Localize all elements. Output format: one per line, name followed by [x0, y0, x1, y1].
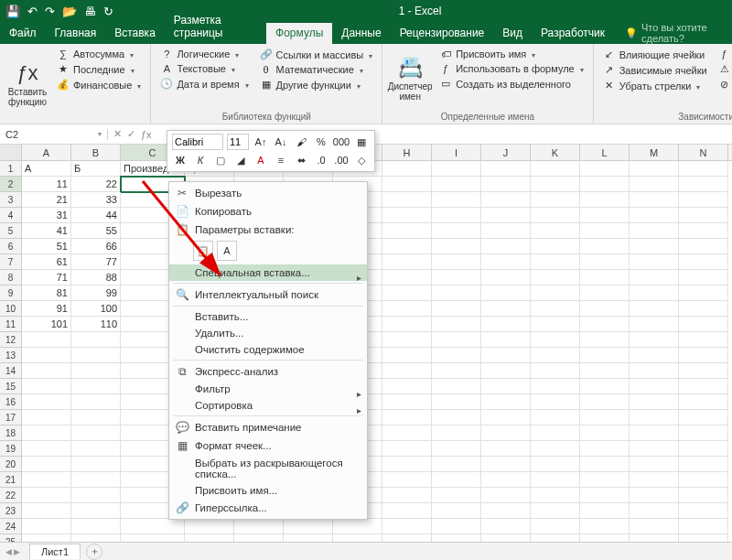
- cell[interactable]: [382, 161, 432, 177]
- cell[interactable]: [71, 457, 121, 472]
- cell[interactable]: [22, 363, 71, 379]
- cell[interactable]: [630, 192, 679, 208]
- lookup-button[interactable]: 🔗Ссылки и массивы: [256, 48, 377, 61]
- cell[interactable]: [481, 254, 531, 270]
- column-header[interactable]: A: [22, 145, 71, 160]
- font-size-input[interactable]: [227, 134, 249, 150]
- cell[interactable]: [580, 192, 630, 208]
- paste-option-all[interactable]: 📋: [193, 241, 213, 261]
- ctx-format-cells[interactable]: ▦Формат ячеек...: [169, 436, 367, 455]
- cell[interactable]: [630, 441, 679, 457]
- cell[interactable]: [185, 519, 234, 534]
- remove-arrows-button[interactable]: ✕Убрать стрелки: [599, 79, 711, 92]
- cell[interactable]: [580, 348, 630, 363]
- cell[interactable]: [580, 254, 630, 270]
- cell[interactable]: [481, 270, 531, 285]
- cell[interactable]: [382, 317, 432, 332]
- tab-файл[interactable]: Файл: [0, 23, 46, 44]
- cell[interactable]: [432, 488, 481, 503]
- cell[interactable]: [71, 379, 121, 394]
- cell[interactable]: [531, 177, 580, 192]
- row-header[interactable]: 1: [0, 161, 22, 177]
- cell[interactable]: 41: [22, 223, 71, 239]
- cell[interactable]: [382, 488, 432, 503]
- decrease-font-icon[interactable]: A↓: [273, 134, 289, 150]
- cell[interactable]: [630, 239, 679, 254]
- cell[interactable]: [531, 425, 580, 441]
- cell[interactable]: [382, 472, 432, 488]
- cell[interactable]: [284, 534, 333, 542]
- cell[interactable]: [481, 488, 531, 503]
- cell[interactable]: [531, 285, 580, 301]
- cell[interactable]: [580, 285, 630, 301]
- more-button[interactable]: ▦Другие функции: [256, 78, 377, 92]
- cell[interactable]: [432, 239, 481, 254]
- cell[interactable]: [531, 379, 580, 394]
- fx-icon[interactable]: ƒx: [141, 129, 152, 140]
- cell[interactable]: [432, 223, 481, 239]
- cell[interactable]: [432, 379, 481, 394]
- tab-вид[interactable]: Вид: [493, 23, 532, 44]
- cell[interactable]: [531, 488, 580, 503]
- font-color-icon[interactable]: A: [253, 152, 269, 168]
- cell[interactable]: [382, 394, 432, 410]
- cell[interactable]: [630, 223, 679, 239]
- cell[interactable]: [630, 332, 679, 348]
- trace-precedents-button[interactable]: ↙Влияющие ячейки: [599, 48, 711, 61]
- cell[interactable]: [531, 363, 580, 379]
- ctx-delete[interactable]: Удалить...: [169, 325, 367, 341]
- cell[interactable]: [432, 503, 481, 519]
- cell[interactable]: 91: [22, 301, 71, 317]
- qat-redo-icon[interactable]: ↷: [45, 5, 55, 18]
- tab-разработчик[interactable]: Разработчик: [532, 23, 614, 44]
- cell[interactable]: 44: [71, 208, 121, 223]
- cell[interactable]: [234, 519, 284, 534]
- cell[interactable]: [531, 208, 580, 223]
- cell[interactable]: [71, 519, 121, 534]
- column-header[interactable]: K: [531, 145, 580, 160]
- tab-рецензирование[interactable]: Рецензирование: [391, 23, 494, 44]
- cell[interactable]: [481, 379, 531, 394]
- sheet-nav[interactable]: ◀▶: [0, 547, 26, 556]
- row-header[interactable]: 8: [0, 270, 22, 285]
- cell[interactable]: [22, 503, 71, 519]
- cell[interactable]: [531, 441, 580, 457]
- cell[interactable]: [382, 254, 432, 270]
- cell[interactable]: [531, 317, 580, 332]
- cell[interactable]: [382, 177, 432, 192]
- cell[interactable]: [580, 301, 630, 317]
- merge-icon[interactable]: ⬌: [293, 152, 309, 168]
- cell[interactable]: [432, 363, 481, 379]
- cell[interactable]: [71, 348, 121, 363]
- row-header[interactable]: 13: [0, 348, 22, 363]
- row-header[interactable]: 14: [0, 363, 22, 379]
- datetime-button[interactable]: 🕓Дата и время: [156, 77, 252, 91]
- cell[interactable]: [580, 270, 630, 285]
- cell[interactable]: [630, 161, 679, 177]
- cell[interactable]: [481, 503, 531, 519]
- cell[interactable]: [679, 348, 728, 363]
- cell[interactable]: [630, 534, 679, 542]
- cell[interactable]: [630, 488, 679, 503]
- cell[interactable]: [22, 425, 71, 441]
- cell[interactable]: [432, 348, 481, 363]
- cell[interactable]: [580, 177, 630, 192]
- row-header[interactable]: 12: [0, 332, 22, 348]
- cell[interactable]: [382, 519, 432, 534]
- cell[interactable]: [22, 534, 71, 542]
- cell[interactable]: [580, 472, 630, 488]
- cell[interactable]: 33: [71, 192, 121, 208]
- tell-me-search[interactable]: Что вы хотите сделать?: [625, 22, 732, 44]
- cell[interactable]: [333, 534, 382, 542]
- row-header[interactable]: 24: [0, 519, 22, 534]
- cell[interactable]: [71, 425, 121, 441]
- cell[interactable]: [679, 301, 728, 317]
- ctx-define-name[interactable]: Присвоить имя...: [169, 482, 367, 499]
- row-header[interactable]: 16: [0, 394, 22, 410]
- name-box[interactable]: C2: [0, 129, 108, 140]
- cell[interactable]: [630, 301, 679, 317]
- cell[interactable]: 21: [22, 192, 71, 208]
- cell[interactable]: [679, 379, 728, 394]
- cell[interactable]: [531, 161, 580, 177]
- define-name-button[interactable]: 🏷Присвоить имя: [436, 48, 587, 60]
